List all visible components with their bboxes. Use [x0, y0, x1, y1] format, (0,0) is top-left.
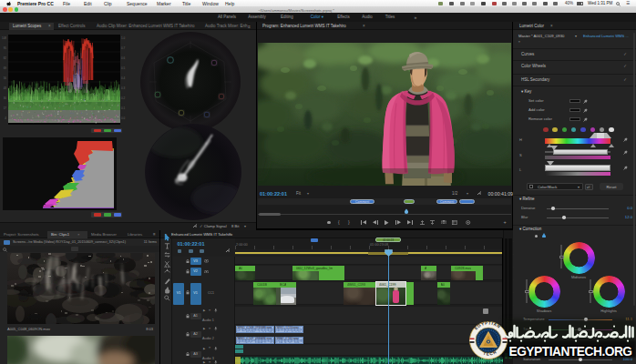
svg-text:EGYPTIANTECH.ORG: EGYPTIANTECH.ORG [508, 344, 631, 359]
